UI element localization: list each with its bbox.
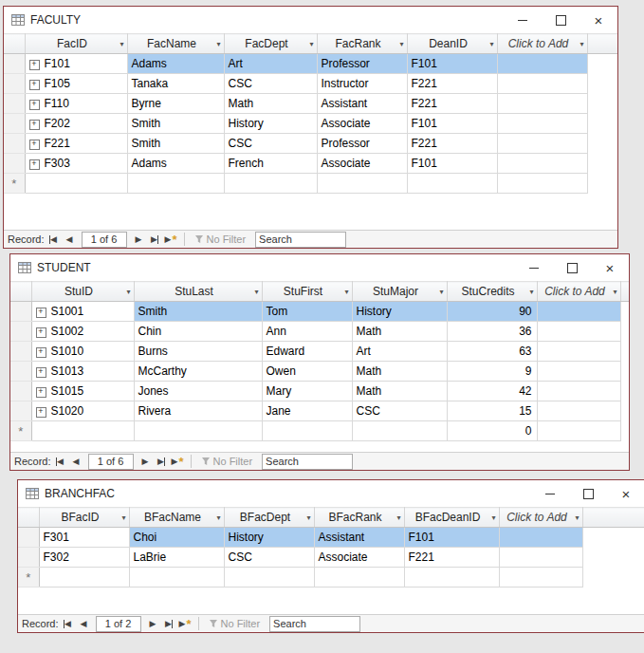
dropdown-icon[interactable]: ▾ — [399, 40, 403, 48]
cell[interactable]: F221 — [407, 134, 497, 154]
click-to-add-cell[interactable] — [497, 54, 587, 74]
column-header-stufirst[interactable]: StuFirst▾ — [262, 282, 352, 302]
cell[interactable]: +F303 — [25, 154, 127, 174]
cell[interactable]: Smith — [134, 302, 262, 322]
cell[interactable]: +F105 — [25, 74, 127, 94]
cell[interactable] — [317, 174, 407, 194]
dropdown-icon[interactable]: ▾ — [126, 288, 130, 296]
cell[interactable]: +F101 — [25, 54, 127, 74]
previous-record-button[interactable]: ◀ — [69, 454, 83, 469]
cell[interactable]: Assistant — [317, 94, 407, 114]
click-to-add-cell[interactable] — [499, 568, 582, 588]
cell[interactable]: 42 — [447, 382, 537, 401]
cell[interactable]: Chin — [134, 322, 262, 342]
dropdown-icon[interactable]: ▾ — [580, 40, 583, 48]
cell[interactable]: Tanaka — [127, 74, 224, 94]
dropdown-icon[interactable]: ▾ — [396, 513, 400, 522]
cell[interactable] — [404, 568, 499, 588]
expand-icon[interactable]: + — [29, 159, 40, 170]
cell[interactable]: +F221 — [25, 134, 127, 154]
cell[interactable]: Rivera — [134, 401, 262, 421]
minimize-button[interactable] — [531, 480, 569, 507]
click-to-add-cell[interactable] — [537, 322, 620, 342]
minimize-button[interactable] — [504, 7, 542, 33]
column-header-bfacdeanid[interactable]: BFacDeanID▾ — [404, 508, 499, 528]
cell[interactable] — [314, 568, 404, 588]
cell[interactable]: CSC — [224, 74, 317, 94]
dropdown-icon[interactable]: ▾ — [491, 513, 495, 522]
cell[interactable]: 15 — [447, 401, 537, 421]
column-header-facname[interactable]: FacName▾ — [127, 34, 224, 54]
new-record-selector[interactable]: * — [4, 174, 25, 194]
cell[interactable]: History — [224, 114, 317, 134]
student-titlebar[interactable]: STUDENT × — [10, 254, 629, 281]
cell[interactable]: CSC — [224, 134, 317, 154]
expand-icon[interactable]: + — [36, 387, 46, 398]
click-to-add-cell[interactable] — [499, 548, 582, 568]
click-to-add-cell[interactable] — [497, 94, 587, 114]
next-record-button[interactable]: ▶ — [146, 616, 160, 631]
cell[interactable]: Mary — [262, 382, 352, 401]
cell[interactable] — [262, 421, 352, 441]
column-header-stucredits[interactable]: StuCredits▾ — [447, 282, 537, 302]
cell[interactable]: LaBrie — [129, 548, 224, 568]
expand-icon[interactable]: + — [36, 327, 46, 338]
column-header-click-to-add[interactable]: Click to Add▾ — [499, 508, 582, 528]
click-to-add-cell[interactable] — [497, 174, 587, 194]
cell[interactable]: Owen — [262, 362, 352, 382]
cell[interactable]: +S1002 — [31, 322, 134, 342]
expand-icon[interactable]: + — [36, 407, 46, 418]
cell[interactable]: F301 — [39, 528, 129, 548]
click-to-add-cell[interactable] — [497, 74, 587, 94]
first-record-button[interactable]: ◀ — [61, 616, 75, 631]
cell[interactable]: Math — [352, 382, 447, 401]
row-selector[interactable] — [4, 94, 25, 114]
cell[interactable]: F101 — [407, 54, 497, 74]
click-to-add-cell[interactable] — [537, 342, 620, 362]
search-input[interactable] — [269, 616, 360, 632]
expand-icon[interactable]: + — [29, 60, 40, 70]
cell[interactable]: Math — [224, 94, 317, 114]
cell[interactable]: Choi — [129, 528, 224, 548]
column-header-stumajor[interactable]: StuMajor▾ — [352, 282, 447, 302]
cell[interactable]: F221 — [404, 548, 499, 568]
row-selector[interactable] — [10, 382, 31, 401]
cell[interactable]: Associate — [317, 154, 407, 174]
dropdown-icon[interactable]: ▾ — [529, 288, 533, 296]
new-record-button[interactable]: ▶* — [178, 616, 193, 631]
cell[interactable]: Adams — [127, 54, 224, 74]
cell[interactable]: Assistant — [314, 528, 404, 548]
dropdown-icon[interactable]: ▾ — [613, 288, 616, 296]
row-selector[interactable] — [10, 302, 31, 322]
row-selector[interactable] — [10, 401, 31, 421]
search-input[interactable] — [262, 454, 353, 470]
row-selector[interactable] — [4, 74, 25, 94]
row-selector[interactable] — [4, 54, 25, 74]
minimize-button[interactable] — [515, 254, 553, 281]
column-header-click-to-add[interactable]: Click to Add▾ — [497, 34, 587, 54]
cell[interactable]: Adams — [127, 154, 224, 174]
cell[interactable]: Tom — [262, 302, 352, 322]
click-to-add-cell[interactable] — [537, 382, 620, 401]
cell[interactable]: French — [224, 154, 317, 174]
last-record-button[interactable]: ▶ — [162, 616, 176, 631]
new-record-selector[interactable]: * — [10, 421, 31, 441]
dropdown-icon[interactable]: ▾ — [344, 288, 348, 296]
record-position[interactable]: 1 of 6 — [88, 454, 134, 470]
dropdown-icon[interactable]: ▾ — [489, 40, 493, 48]
previous-record-button[interactable]: ◀ — [63, 232, 77, 247]
record-position[interactable]: 1 of 2 — [96, 616, 141, 632]
first-record-button[interactable]: ◀ — [53, 454, 67, 469]
cell[interactable]: Math — [352, 322, 447, 342]
cell[interactable] — [31, 421, 134, 441]
close-button[interactable]: × — [580, 7, 617, 33]
maximize-button[interactable] — [542, 7, 580, 33]
column-header-facrank[interactable]: FacRank▾ — [317, 34, 407, 54]
select-all-corner[interactable] — [18, 508, 39, 528]
dropdown-icon[interactable]: ▾ — [309, 40, 313, 48]
dropdown-icon[interactable]: ▾ — [575, 513, 579, 522]
cell[interactable]: Jones — [134, 382, 262, 401]
cell[interactable]: +S1010 — [31, 342, 134, 362]
click-to-add-cell[interactable] — [497, 154, 587, 174]
column-header-facid[interactable]: FacID▾ — [25, 34, 127, 54]
